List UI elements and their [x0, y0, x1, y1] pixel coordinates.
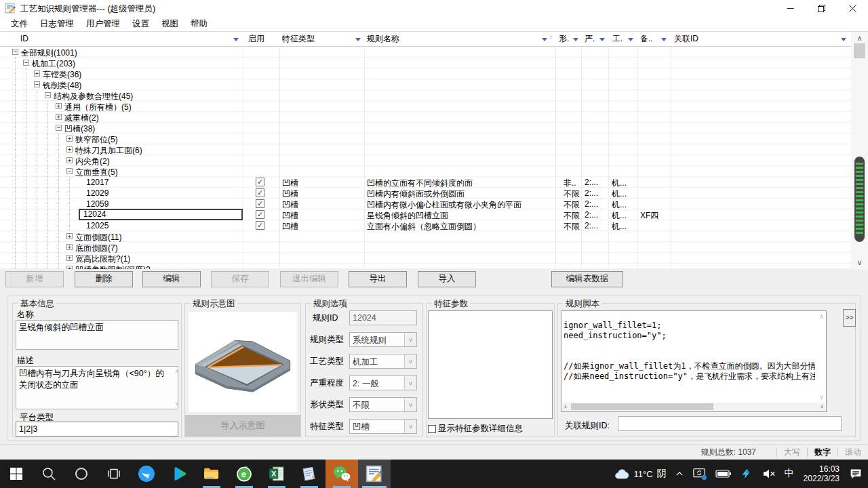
table-row[interactable]: 12017 凹槽 凹槽的立面有不同倾斜度的面 非.. 2:... 机...: [0, 177, 851, 188]
clock-tray-item[interactable]: 16:03 2022/3/23: [798, 464, 845, 483]
filter-arrow-icon[interactable]: [841, 38, 846, 41]
table-row[interactable]: 12025 凹槽 立面有小偏斜（忽略立面倒圆） 不限 2:... 机...: [0, 220, 851, 231]
notepad-icon[interactable]: [293, 460, 326, 488]
column-header-related-id[interactable]: 关联ID: [674, 32, 698, 46]
filter-arrow-icon[interactable]: [542, 38, 547, 41]
table-row[interactable]: − 结构及参数合理性(45): [0, 90, 851, 101]
tree-node-label[interactable]: 车镗类(36): [43, 69, 81, 81]
related-rule-id-input[interactable]: [618, 416, 842, 431]
tree-node-label[interactable]: 内尖角(2): [75, 156, 110, 167]
toolbar-button[interactable]: 删除: [75, 271, 133, 287]
table-row[interactable]: + 特殊刀具加工面(6): [0, 144, 851, 155]
tree-node-label[interactable]: 12017: [86, 178, 108, 187]
enabled-checkbox[interactable]: [256, 188, 264, 197]
option-control[interactable]: 系统规则 ∨: [349, 332, 417, 347]
option-control[interactable]: 凹槽 ∨: [349, 419, 417, 434]
tree-node-label[interactable]: 狭窄部位(5): [75, 134, 118, 146]
wechat-icon[interactable]: [326, 460, 358, 488]
scroll-down-icon[interactable]: ∨: [851, 258, 868, 267]
column-header-rule-name[interactable]: 规则名称: [367, 32, 399, 46]
filter-arrow-icon[interactable]: [661, 38, 667, 41]
enabled-checkbox[interactable]: [256, 210, 264, 219]
search-icon[interactable]: [33, 460, 65, 488]
script-code[interactable]: ignor_wall_fillet=1; need_instruction="y…: [564, 321, 815, 394]
chevron-down-icon[interactable]: ∨: [404, 376, 416, 390]
horizontal-scrollbar[interactable]: ‹ ›: [562, 403, 825, 411]
toolbar-button[interactable]: 编辑: [142, 271, 201, 287]
app-tray-icon[interactable]: [736, 460, 757, 488]
chevron-down-icon[interactable]: ∨: [404, 354, 416, 368]
table-row[interactable]: + 凹槽参数限制(深度)?: [0, 264, 851, 269]
table-row[interactable]: + 内尖角(2): [0, 155, 851, 166]
toolbar-button[interactable]: 导入: [418, 271, 476, 287]
green-scroll-indicator[interactable]: [854, 157, 865, 242]
menu-file[interactable]: 文件: [5, 17, 34, 31]
column-header-remark[interactable]: 备..: [640, 32, 653, 46]
file-explorer-icon[interactable]: [195, 460, 228, 488]
chevron-down-icon[interactable]: ∨: [404, 420, 416, 433]
tree-expander-icon[interactable]: +: [66, 136, 73, 142]
tree-node-label[interactable]: 凹槽参数限制(深度)?: [75, 264, 151, 269]
tree-node-label[interactable]: 结构及参数合理性(45): [54, 91, 133, 102]
table-row[interactable]: − 立面垂直(5): [0, 166, 851, 177]
rule-manager-taskbar-icon[interactable]: [358, 460, 391, 488]
menu-help[interactable]: 帮助: [184, 17, 214, 31]
tree-node-label[interactable]: 铣削类(48): [43, 80, 81, 92]
scroll-right-icon[interactable]: ›: [821, 403, 823, 410]
scroll-left-icon[interactable]: ‹: [564, 403, 567, 410]
filter-arrow-icon[interactable]: [573, 38, 578, 41]
table-row[interactable]: + 宽高比限制?(1): [0, 253, 851, 264]
column-header-shape[interactable]: 形.: [559, 32, 569, 46]
action-center-icon[interactable]: [845, 460, 867, 488]
enabled-checkbox[interactable]: [256, 178, 264, 186]
tree-expander-icon[interactable]: +: [56, 103, 62, 109]
expand-script-button[interactable]: >>: [843, 309, 856, 327]
column-header-id[interactable]: ID: [20, 32, 28, 46]
tree-expander-icon[interactable]: −: [45, 92, 51, 98]
filter-arrow-icon[interactable]: [355, 38, 361, 41]
tree-expander-icon[interactable]: +: [66, 157, 73, 163]
tree-expander-icon[interactable]: −: [56, 125, 62, 131]
selected-row-id-editor[interactable]: 12024: [79, 209, 243, 220]
table-row[interactable]: + 狭窄部位(5): [0, 134, 851, 144]
script-editor[interactable]: ignor_wall_fillet=1; need_instruction="y…: [561, 310, 827, 412]
filter-arrow-icon[interactable]: [628, 38, 633, 41]
tree-expander-icon[interactable]: −: [66, 168, 73, 174]
show-param-details-checkbox[interactable]: 显示特征参数详细信息: [428, 423, 523, 434]
scroll-down-icon[interactable]: ∨: [819, 393, 824, 401]
scroll-down-icon[interactable]: ∨: [174, 400, 179, 407]
start-button[interactable]: [0, 460, 33, 488]
menu-log[interactable]: 日志管理: [34, 17, 80, 31]
tree-node-label[interactable]: 通用（所有槽）(5): [64, 102, 132, 113]
dingtalk-icon[interactable]: [130, 460, 163, 488]
scroll-up-icon[interactable]: ∧: [819, 312, 824, 320]
tree-node-label[interactable]: 12025: [86, 221, 108, 230]
tree-expander-icon[interactable]: −: [12, 49, 18, 55]
column-header-enabled[interactable]: 启用: [248, 32, 264, 46]
tray-overflow-chevron-icon[interactable]: [671, 460, 688, 488]
volume-muted-icon[interactable]: [757, 460, 781, 488]
option-control[interactable]: 不限 ∨: [349, 397, 417, 412]
tree-node-label[interactable]: 12059: [86, 199, 108, 209]
scrollbar-thumb[interactable]: [571, 403, 713, 410]
option-control[interactable]: 2: 一般 ∨: [349, 375, 417, 390]
tree-node-label[interactable]: 减重槽(2): [64, 113, 99, 124]
close-button[interactable]: [837, 0, 868, 16]
option-control[interactable]: 机加工 ∨: [349, 354, 417, 369]
table-row[interactable]: − 机加工(203): [0, 58, 851, 68]
tree-expander-icon[interactable]: −: [34, 81, 40, 87]
tree-node-label[interactable]: 底面倒圆(7): [75, 243, 118, 254]
tree-node-label[interactable]: 宽高比限制?(1): [75, 253, 130, 265]
battery-icon[interactable]: [711, 460, 736, 488]
tree-node-label[interactable]: 机加工(203): [32, 58, 75, 70]
option-control[interactable]: 12024: [349, 310, 417, 325]
sync-display-icon[interactable]: [688, 460, 711, 488]
ime-indicator[interactable]: 中: [781, 460, 798, 488]
table-row[interactable]: + 车镗类(36): [0, 68, 851, 79]
tencent-video-icon[interactable]: [163, 460, 195, 488]
platform-type-input[interactable]: 1|2|3: [16, 422, 178, 436]
chevron-down-icon[interactable]: ∨: [404, 398, 416, 411]
tree-expander-icon[interactable]: +: [66, 146, 73, 152]
table-row[interactable]: 12029 凹槽 凹槽内有倾斜面或外倒圆面 不限 2:... 机...: [0, 188, 851, 199]
menu-user[interactable]: 用户管理: [80, 17, 126, 31]
